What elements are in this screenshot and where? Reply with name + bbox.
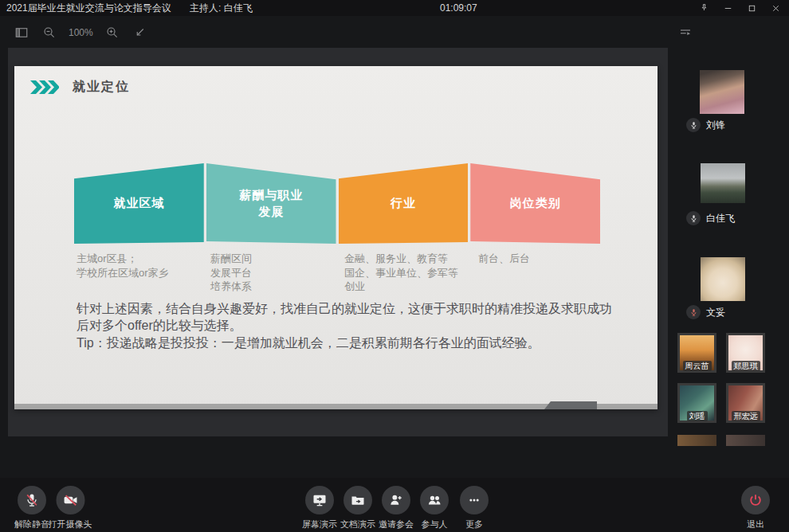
participant-video[interactable] (701, 163, 745, 203)
open-camera-label: 打开摄像头 (49, 518, 92, 530)
participant-name: 白佳飞 (706, 212, 735, 225)
exit-button[interactable]: 退出 (741, 486, 770, 530)
banner-notes-row: 主城or区县； 学校所在区域or家乡 薪酬区间 发展平台 培养体系 金融、服务业… (77, 252, 609, 294)
meeting-window: 2021届毕业生就业交流与论文指导会议 主持人: 白佳飞 01:09:07 (0, 0, 789, 532)
viewer-toolbar: 100% (13, 22, 149, 43)
participant-name: 邢宏远 (732, 411, 760, 421)
slide-paragraph: 针对上述因素，结合自身兴趣爱好，找准自己的就业定位，这便于求职时的精准投递及求职… (77, 300, 618, 351)
meeting-timer: 01:09:07 (440, 0, 477, 16)
unmute-label: 解除静音 (14, 518, 49, 530)
screen-share-label: 屏幕演示 (302, 518, 337, 530)
participant-name: 周云苗 (683, 361, 712, 371)
banner-row: 就业区域 薪酬与职业 发展 行业 岗位类别 (74, 163, 600, 244)
invite-button[interactable]: 邀请参会 (379, 486, 414, 530)
chevrons-icon (30, 80, 59, 94)
participant-tile[interactable]: 郑思琪 (726, 333, 765, 373)
slide-scrollbar-track[interactable] (14, 404, 658, 409)
participant-name: 文妥 (706, 306, 725, 319)
invite-person-icon (382, 486, 410, 514)
zoom-out-icon[interactable] (41, 24, 58, 41)
participant-name: 刘瑶 (687, 411, 708, 421)
participant-video[interactable] (701, 257, 745, 301)
pointer-tool-icon[interactable] (132, 24, 149, 41)
more-button[interactable]: 更多 (460, 486, 489, 530)
participants-label: 参与人 (422, 518, 448, 530)
slide-scrollbar-thumb[interactable] (544, 401, 597, 409)
mic-icon (686, 118, 701, 132)
participant-row[interactable]: 白佳飞 (686, 211, 735, 225)
note-industry: 金融、服务业、教育等 国企、事业单位、参军等 创业 (344, 252, 475, 294)
zoom-level: 100% (69, 27, 93, 38)
call-controls: 解除静音 打开摄像头 屏幕演示 (0, 478, 789, 532)
note-position-type: 前台、后台 (478, 252, 609, 294)
invite-label: 邀请参会 (379, 518, 414, 530)
banner-salary-career: 薪酬与职业 发展 (206, 163, 336, 244)
paragraph-line-2: Tip：投递战略是投投投：一是增加就业机会，二是积累前期各行各业的面试经验。 (77, 334, 618, 351)
participants-button[interactable]: 参与人 (420, 486, 449, 530)
participant-list-toggle-icon[interactable] (676, 25, 695, 42)
participant-name: 刘锋 (706, 119, 725, 132)
exit-label: 退出 (747, 518, 764, 530)
more-dots-icon (460, 486, 489, 514)
presentation-panel: 就业定位 就业区域 薪酬与职业 发展 行业 岗位类别 主城or区县； 学校所在区… (8, 48, 668, 436)
participant-tile-partial[interactable] (677, 435, 716, 446)
slide: 就业定位 就业区域 薪酬与职业 发展 行业 岗位类别 主城or区县； 学校所在区… (14, 66, 658, 409)
minimize-button[interactable] (716, 0, 740, 16)
titlebar: 2021届毕业生就业交流与论文指导会议 主持人: 白佳飞 01:09:07 (0, 0, 789, 16)
participant-row[interactable]: 文妥 (686, 305, 725, 319)
host-label: 主持人: 白佳飞 (190, 2, 253, 14)
banner-position-type: 岗位类别 (470, 163, 600, 244)
participant-tile[interactable]: 刘瑶 (677, 383, 716, 423)
doc-share-icon (343, 486, 372, 514)
layout-icon[interactable] (13, 24, 30, 41)
power-icon (741, 486, 770, 514)
zoom-in-icon[interactable] (104, 24, 121, 41)
close-button[interactable] (763, 0, 787, 16)
meeting-title: 2021届毕业生就业交流与论文指导会议 (6, 2, 171, 14)
unmute-button[interactable]: 解除静音 (14, 486, 49, 530)
paragraph-line-1: 针对上述因素，结合自身兴趣爱好，找准自己的就业定位，这便于求职时的精准投递及求职… (77, 300, 618, 334)
participant-tile[interactable]: 周云苗 (677, 333, 716, 373)
participants-icon (420, 486, 449, 514)
banner-industry: 行业 (339, 163, 469, 244)
doc-share-button[interactable]: 文档演示 (340, 486, 375, 530)
banner-employment-region: 就业区域 (74, 163, 204, 244)
mic-muted-icon (18, 486, 46, 514)
participants-sidebar: 刘锋 白佳飞 文妥 周云苗 (674, 48, 789, 446)
note-salary-career: 薪酬区间 发展平台 培养体系 (210, 252, 341, 294)
participant-tile[interactable]: 邢宏远 (726, 383, 765, 423)
screen-share-button[interactable]: 屏幕演示 (302, 486, 337, 530)
participant-row[interactable]: 刘锋 (686, 118, 725, 132)
maximize-button[interactable] (740, 0, 763, 16)
note-employment-region: 主城or区县； 学校所在区域or家乡 (77, 252, 207, 294)
pin-icon[interactable] (692, 0, 716, 16)
participant-tile-partial[interactable] (726, 435, 765, 446)
camera-off-icon (56, 486, 84, 514)
mic-icon (686, 305, 701, 319)
more-label: 更多 (465, 518, 483, 530)
participant-video[interactable] (700, 70, 744, 114)
screen-share-icon (305, 486, 334, 514)
open-camera-button[interactable]: 打开摄像头 (49, 486, 92, 530)
participant-name: 郑思琪 (732, 361, 760, 371)
mic-icon (686, 211, 701, 225)
slide-title: 就业定位 (73, 79, 130, 96)
doc-share-label: 文档演示 (340, 518, 375, 530)
